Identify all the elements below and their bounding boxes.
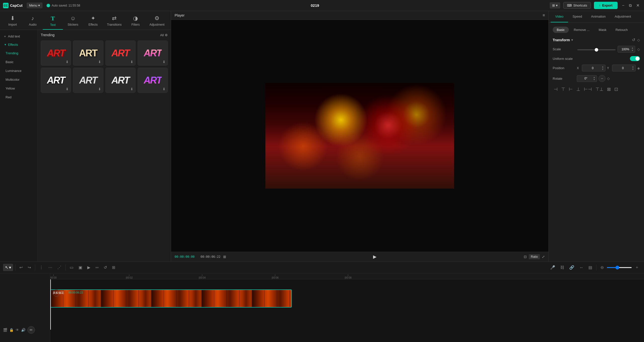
align-bottom-button[interactable]: ⊥: [575, 86, 581, 93]
tab-adjustment[interactable]: Adjustment: [610, 11, 635, 22]
tab-audio[interactable]: ♪ Audio: [23, 13, 43, 30]
tab-filters[interactable]: ◑ Filters: [126, 13, 146, 30]
align-center-h-button[interactable]: ⊢⊣: [583, 86, 593, 93]
align-right-button[interactable]: ⊢: [568, 86, 574, 93]
tab-import[interactable]: ⬇ Import: [3, 13, 23, 30]
link-button-2[interactable]: 🔗: [567, 264, 576, 271]
sub-tabs: Basic Remove ... Mask Retouch: [553, 27, 640, 33]
distribute-v-button[interactable]: ⊡: [613, 86, 619, 93]
track-audio-button[interactable]: 🔊: [21, 328, 25, 332]
tab-adjustment[interactable]: ⚙ Adjustment: [146, 13, 168, 30]
wrap-button[interactable]: ▣: [76, 264, 84, 271]
sync-button[interactable]: ↔: [577, 264, 585, 271]
subtab-retouch[interactable]: Retouch: [612, 27, 632, 33]
player-menu-button[interactable]: ≡: [543, 13, 545, 18]
menu-button[interactable]: Menu ▾: [27, 3, 43, 8]
close-button[interactable]: ✕: [635, 3, 641, 8]
tab-transitions[interactable]: ⇄ Transitions: [103, 13, 126, 30]
sidebar-item-effects[interactable]: ▼ Effects: [0, 41, 37, 49]
reset-button[interactable]: ↺: [632, 37, 635, 42]
grid-view-button[interactable]: ⊞: [223, 255, 226, 259]
scale-step-down[interactable]: ▼: [631, 49, 633, 52]
tab-video[interactable]: Video: [551, 11, 568, 22]
tab-animation[interactable]: Animation: [587, 11, 610, 22]
tab-speed[interactable]: Speed: [568, 11, 587, 22]
align-top-button[interactable]: ⊤: [560, 86, 566, 93]
zoom-out-button[interactable]: ⊖: [598, 264, 606, 271]
sidebar-item-basic[interactable]: Basic: [2, 58, 36, 66]
position-y-down[interactable]: ▼: [632, 68, 634, 71]
scale-keyframe-button[interactable]: ◇: [637, 47, 640, 51]
restore-button[interactable]: ⧉: [627, 3, 633, 8]
playhead[interactable]: [50, 279, 51, 330]
redo-button[interactable]: ↪: [26, 264, 33, 271]
rotate-keyframe-button[interactable]: ◇: [607, 76, 610, 80]
rotate-circle-button[interactable]: −: [598, 75, 606, 82]
track-video-icon[interactable]: 🎬: [3, 328, 7, 332]
keyframe-button[interactable]: ◇: [637, 37, 640, 42]
tab-stickers[interactable]: ☺ Stickers: [63, 13, 83, 30]
play-button[interactable]: ▶: [373, 254, 377, 260]
position-keyframe-button[interactable]: ◈: [637, 66, 640, 70]
export-button[interactable]: ↑ Export: [594, 2, 618, 9]
effect-card-4[interactable]: ART ⬇: [138, 40, 168, 66]
position-x-up[interactable]: ▲: [602, 66, 604, 68]
add-media-button[interactable]: ＋: [633, 264, 641, 271]
microphone-button[interactable]: 🎤: [548, 264, 557, 271]
effect-card-8[interactable]: ART ⬇: [138, 68, 168, 93]
crop-button[interactable]: ⊞: [110, 264, 117, 271]
scale-slider[interactable]: [577, 49, 616, 50]
sidebar-item-multicolor[interactable]: Multicolor: [2, 76, 36, 83]
ratio-button[interactable]: Ratio: [529, 254, 540, 259]
sidebar-item-luminance[interactable]: Luminance: [2, 67, 36, 75]
delete-button[interactable]: ▭: [68, 264, 75, 271]
loop-button[interactable]: ↺: [102, 264, 109, 271]
subtab-remove[interactable]: Remove ...: [570, 27, 594, 33]
fullscreen-button[interactable]: ⤢: [542, 255, 545, 259]
undo-button[interactable]: ↩: [17, 264, 25, 271]
tab-effects[interactable]: ✦ Effects: [83, 13, 103, 30]
split-button-1[interactable]: ⋮: [37, 264, 45, 271]
track-edit-button[interactable]: ✏: [27, 326, 35, 334]
effect-card-3[interactable]: ART ⬇: [105, 40, 136, 66]
shortcuts-button[interactable]: ⌨ Shortcuts: [563, 2, 591, 9]
effect-card-2[interactable]: ART ⬇: [73, 40, 103, 66]
rotate-up[interactable]: ▲: [593, 76, 595, 79]
rotate-down[interactable]: ▼: [593, 78, 595, 81]
position-x-down[interactable]: ▼: [602, 68, 604, 71]
track-lock-button[interactable]: 🔒: [9, 328, 14, 332]
split-button-3[interactable]: ⋰: [55, 264, 63, 271]
select-tool[interactable]: ↖ ▾: [3, 264, 13, 271]
logo-icon: CC: [3, 3, 9, 8]
position-y-up[interactable]: ▲: [632, 66, 634, 68]
minimize-button[interactable]: −: [621, 3, 626, 8]
play-from-button[interactable]: ▶: [85, 264, 92, 271]
tab-text[interactable]: T Text: [43, 13, 63, 30]
download-icon-4: ⬇: [163, 60, 166, 64]
split-button-2[interactable]: ⋯: [46, 264, 54, 271]
layout-button[interactable]: ⊞ ▾: [550, 2, 560, 9]
distribute-h-button[interactable]: ⊠: [606, 86, 612, 93]
align-center-v-button[interactable]: ⊤⊥: [594, 86, 605, 93]
subtab-basic[interactable]: Basic: [553, 27, 569, 33]
filter-button[interactable]: All ⚙: [160, 33, 168, 37]
video-track[interactable]: 真实烟花 00:00:06:22: [50, 289, 292, 308]
link-button-1[interactable]: ⛓: [558, 264, 566, 271]
flip-button[interactable]: ⇿: [93, 264, 101, 271]
uniform-scale-toggle[interactable]: [630, 56, 640, 61]
effect-card-6[interactable]: ART ⬇: [73, 68, 103, 93]
add-text-button[interactable]: + Add text: [0, 32, 37, 40]
captions-button[interactable]: ▤: [586, 264, 594, 271]
scale-step-up[interactable]: ▲: [631, 47, 633, 49]
effect-card-1[interactable]: ART ⬇: [41, 40, 71, 66]
effect-card-7[interactable]: ART ⬇: [105, 68, 136, 93]
effect-card-5[interactable]: ART ⬇: [41, 68, 71, 93]
sidebar-item-yellow[interactable]: Yellow: [2, 84, 36, 92]
sidebar-item-red[interactable]: Red: [2, 93, 36, 101]
fullscreen-fit-button[interactable]: ⊡: [524, 255, 527, 259]
track-visibility-button[interactable]: 👁: [16, 328, 19, 332]
sidebar-item-trending[interactable]: Trending: [2, 49, 36, 57]
subtab-mask[interactable]: Mask: [595, 27, 611, 33]
align-left-button[interactable]: ⊣: [553, 86, 559, 93]
zoom-slider[interactable]: [607, 267, 632, 268]
